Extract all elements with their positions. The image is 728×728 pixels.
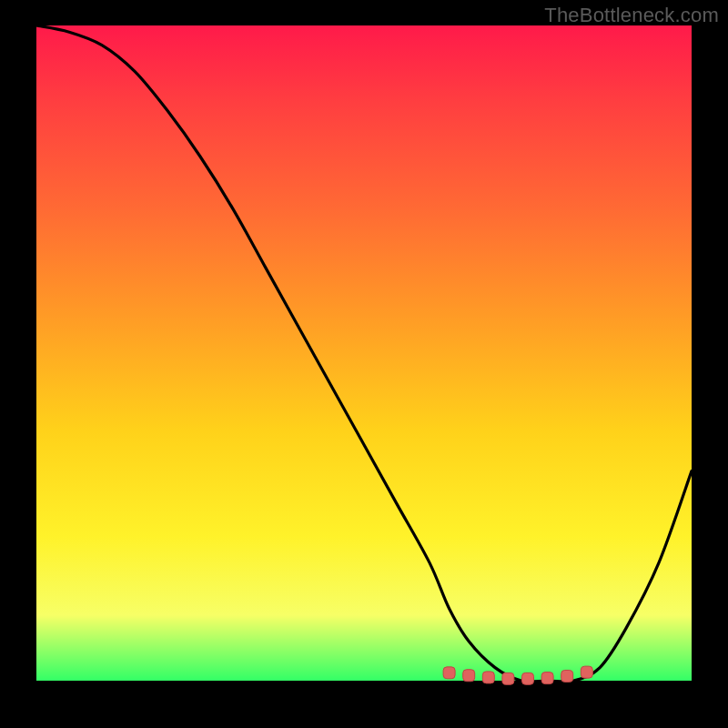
highlight-marker — [581, 666, 592, 678]
highlight-marker — [541, 672, 553, 684]
highlight-marker — [463, 670, 475, 682]
highlight-marker — [561, 670, 573, 682]
bottleneck-curve — [36, 25, 692, 682]
highlight-markers — [443, 666, 592, 684]
highlight-marker — [482, 672, 494, 683]
curve-svg — [36, 25, 692, 681]
highlight-marker — [502, 672, 514, 684]
highlight-marker — [522, 672, 534, 684]
chart-frame: TheBottleneck.com — [0, 0, 728, 728]
plot-area — [36, 25, 692, 681]
watermark-text: TheBottleneck.com — [544, 4, 719, 27]
highlight-marker — [443, 667, 455, 679]
